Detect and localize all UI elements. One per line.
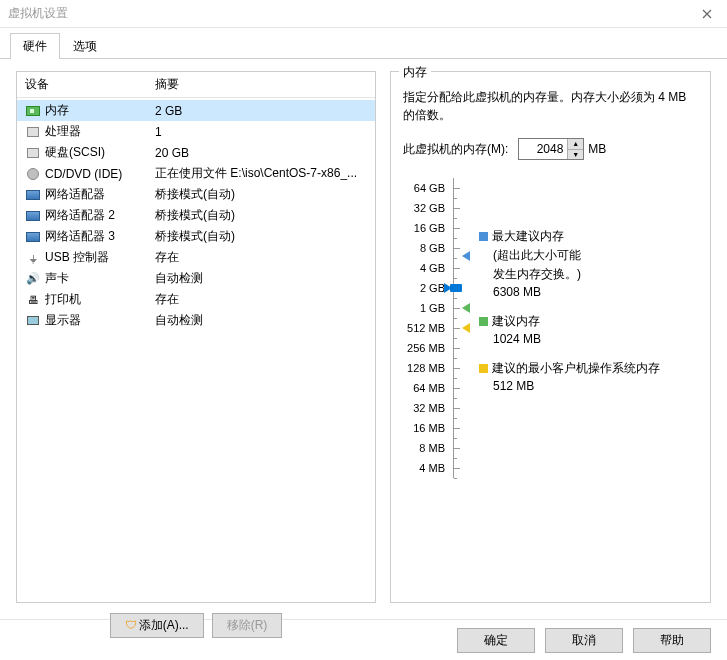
ruler-tick-label: 64 GB: [403, 178, 445, 198]
usb-icon: ⏚: [26, 252, 40, 264]
ruler-tick-label: 512 MB: [403, 318, 445, 338]
tab-hardware[interactable]: 硬件: [10, 33, 60, 59]
ruler-tick-label: 32 MB: [403, 398, 445, 418]
recommended-indicator: [462, 303, 470, 313]
close-button[interactable]: [687, 0, 727, 28]
legend-recommended: 建议内存 1024 MB: [479, 313, 660, 346]
device-summary: 桥接模式(自动): [155, 207, 367, 224]
shield-icon: 🛡: [125, 618, 137, 632]
ruler-tick-label: 4 GB: [403, 258, 445, 278]
add-button[interactable]: 🛡添加(A)...: [110, 613, 204, 638]
tab-options[interactable]: 选项: [60, 33, 110, 59]
ruler-tick-label: 8 MB: [403, 438, 445, 458]
network-icon: [26, 211, 40, 221]
device-row[interactable]: 网络适配器 3桥接模式(自动): [17, 226, 375, 247]
device-row[interactable]: 网络适配器桥接模式(自动): [17, 184, 375, 205]
device-row[interactable]: 网络适配器 2桥接模式(自动): [17, 205, 375, 226]
device-summary: 存在: [155, 291, 367, 308]
legend-min: 建议的最小客户机操作系统内存 512 MB: [479, 360, 660, 393]
device-row[interactable]: 显示器自动检测: [17, 310, 375, 331]
min-indicator: [462, 323, 470, 333]
help-button[interactable]: 帮助: [633, 628, 711, 653]
ruler-tick-label: 128 MB: [403, 358, 445, 378]
device-name: 网络适配器: [45, 186, 155, 203]
device-name: 网络适配器 3: [45, 228, 155, 245]
memory-unit: MB: [588, 142, 606, 156]
memory-slider[interactable]: [453, 178, 469, 478]
max-indicator: [462, 251, 470, 261]
legend-max: 最大建议内存 (超出此大小可能 发生内存交换。) 6308 MB: [479, 228, 660, 299]
ruler-tick-label: 16 GB: [403, 218, 445, 238]
sound-icon: 🔊: [26, 272, 40, 285]
device-summary: 自动检测: [155, 270, 367, 287]
memory-input[interactable]: [519, 139, 567, 159]
device-summary: 自动检测: [155, 312, 367, 329]
ok-button[interactable]: 确定: [457, 628, 535, 653]
memory-spinbox[interactable]: ▲ ▼: [518, 138, 584, 160]
ruler-tick-label: 32 GB: [403, 198, 445, 218]
column-summary: 摘要: [155, 76, 179, 93]
device-row[interactable]: ⏚USB 控制器存在: [17, 247, 375, 268]
ruler-tick-label: 8 GB: [403, 238, 445, 258]
device-name: 显示器: [45, 312, 155, 329]
group-title: 内存: [399, 64, 431, 81]
ruler-tick-label: 1 GB: [403, 298, 445, 318]
device-name: CD/DVD (IDE): [45, 167, 155, 181]
memory-icon: [26, 106, 40, 116]
tab-strip: 硬件 选项: [0, 28, 727, 59]
device-row[interactable]: 🖶打印机存在: [17, 289, 375, 310]
memory-description: 指定分配给此虚拟机的内存量。内存大小必须为 4 MB 的倍数。: [403, 88, 698, 124]
hdd-icon: [27, 148, 39, 158]
network-icon: [26, 190, 40, 200]
device-row[interactable]: CD/DVD (IDE)正在使用文件 E:\iso\CentOS-7-x86_.…: [17, 163, 375, 184]
memory-groupbox: 内存 指定分配给此虚拟机的内存量。内存大小必须为 4 MB 的倍数。 此虚拟机的…: [390, 71, 711, 603]
device-row[interactable]: 🔊声卡自动检测: [17, 268, 375, 289]
ruler-tick-label: 2 GB: [403, 278, 445, 298]
device-row[interactable]: 处理器1: [17, 121, 375, 142]
device-summary: 桥接模式(自动): [155, 186, 367, 203]
device-name: 处理器: [45, 123, 155, 140]
device-row[interactable]: 硬盘(SCSI)20 GB: [17, 142, 375, 163]
device-row[interactable]: 内存2 GB: [17, 100, 375, 121]
device-name: 网络适配器 2: [45, 207, 155, 224]
window-title: 虚拟机设置: [8, 5, 68, 22]
device-name: 打印机: [45, 291, 155, 308]
spin-up-icon[interactable]: ▲: [568, 139, 583, 150]
ruler-tick-label: 256 MB: [403, 338, 445, 358]
device-summary: 1: [155, 125, 367, 139]
printer-icon: 🖶: [26, 294, 40, 306]
cancel-button[interactable]: 取消: [545, 628, 623, 653]
cpu-icon: [27, 127, 39, 137]
network-icon: [26, 232, 40, 242]
device-name: 声卡: [45, 270, 155, 287]
device-summary: 存在: [155, 249, 367, 266]
ruler-tick-label: 4 MB: [403, 458, 445, 478]
device-list-panel: 设备 摘要 内存2 GB处理器1硬盘(SCSI)20 GBCD/DVD (IDE…: [16, 71, 376, 603]
device-summary: 正在使用文件 E:\iso\CentOS-7-x86_...: [155, 165, 367, 182]
memory-input-label: 此虚拟机的内存(M):: [403, 141, 508, 158]
spin-down-icon[interactable]: ▼: [568, 150, 583, 160]
column-device: 设备: [25, 76, 155, 93]
current-indicator: [444, 283, 452, 293]
device-summary: 2 GB: [155, 104, 367, 118]
ruler-tick-label: 64 MB: [403, 378, 445, 398]
cd-icon: [27, 168, 39, 180]
device-name: 内存: [45, 102, 155, 119]
device-name: 硬盘(SCSI): [45, 144, 155, 161]
display-icon: [27, 316, 39, 325]
device-summary: 20 GB: [155, 146, 367, 160]
device-summary: 桥接模式(自动): [155, 228, 367, 245]
remove-button[interactable]: 移除(R): [212, 613, 283, 638]
device-name: USB 控制器: [45, 249, 155, 266]
ruler-tick-label: 16 MB: [403, 418, 445, 438]
